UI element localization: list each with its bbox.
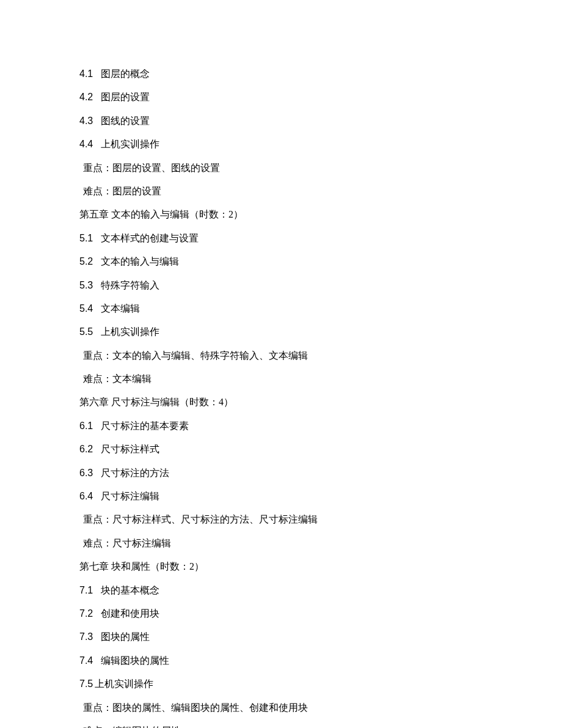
outline-line: 5.1文本样式的创建与设置 bbox=[79, 232, 483, 245]
outline-line: 4.3图线的设置 bbox=[79, 114, 483, 128]
outline-line: 5.2文本的输入与编辑 bbox=[79, 255, 483, 268]
chapter-heading: 第六章 尺寸标注与编辑（时数：4） bbox=[79, 395, 483, 409]
outline-line: 7.3图块的属性 bbox=[79, 630, 483, 644]
document-outline: 4.1图层的概念4.2图层的设置4.3图线的设置4.4上机实训操作重点：图层的设… bbox=[79, 67, 483, 728]
section-number: 5.3 bbox=[79, 280, 93, 290]
section-title: 文本编辑 bbox=[101, 303, 140, 314]
section-title: 尺寸标注样式 bbox=[101, 444, 159, 454]
outline-line: 4.2图层的设置 bbox=[79, 90, 483, 104]
note-line: 难点：文本编辑 bbox=[79, 372, 483, 386]
outline-line: 6.1尺寸标注的基本要素 bbox=[79, 419, 483, 433]
section-number: 6.2 bbox=[79, 444, 93, 454]
section-number: 7.2 bbox=[79, 608, 93, 619]
outline-line: 5.4文本编辑 bbox=[79, 302, 483, 315]
section-title: 尺寸标注的方法 bbox=[101, 468, 169, 478]
outline-line: 4.1图层的概念 bbox=[79, 67, 483, 81]
section-number: 4.1 bbox=[79, 68, 93, 79]
note-line: 重点：尺寸标注样式、尺寸标注的方法、尺寸标注编辑 bbox=[79, 513, 483, 526]
section-number: 6.3 bbox=[79, 468, 93, 478]
section-number: 7.4 bbox=[79, 655, 93, 666]
section-number: 6.4 bbox=[79, 491, 93, 501]
outline-line: 5.5上机实训操作 bbox=[79, 325, 483, 339]
section-number: 4.2 bbox=[79, 92, 93, 102]
section-title: 上机实训操作 bbox=[95, 678, 153, 689]
section-title: 尺寸标注编辑 bbox=[101, 491, 159, 501]
section-title: 特殊字符输入 bbox=[101, 280, 159, 290]
outline-line: 5.3特殊字符输入 bbox=[79, 279, 483, 292]
section-title: 图层的概念 bbox=[101, 68, 150, 79]
section-number: 4.4 bbox=[79, 139, 93, 149]
chapter-heading: 第七章 块和属性（时数：2） bbox=[79, 560, 483, 573]
section-number: 4.3 bbox=[79, 116, 93, 126]
section-title: 文本样式的创建与设置 bbox=[101, 233, 199, 243]
section-number: 7.1 bbox=[79, 585, 93, 595]
outline-line: 6.3尺寸标注的方法 bbox=[79, 466, 483, 480]
section-title: 图线的设置 bbox=[101, 116, 150, 126]
section-title: 块的基本概念 bbox=[101, 585, 159, 595]
section-title: 尺寸标注的基本要素 bbox=[101, 421, 189, 431]
section-number: 5.1 bbox=[79, 233, 93, 243]
outline-line: 7.2创建和使用块 bbox=[79, 607, 483, 620]
section-title: 图层的设置 bbox=[101, 92, 150, 102]
section-title: 文本的输入与编辑 bbox=[101, 256, 179, 267]
chapter-heading: 第五章 文本的输入与编辑（时数：2） bbox=[79, 208, 483, 221]
outline-line: 7.4编辑图块的属性 bbox=[79, 654, 483, 667]
section-number: 7.5 bbox=[79, 678, 93, 689]
outline-line: 6.2尺寸标注样式 bbox=[79, 443, 483, 456]
note-line: 难点：尺寸标注编辑 bbox=[79, 537, 483, 550]
note-line: 重点：图层的设置、图线的设置 bbox=[79, 161, 483, 175]
section-title: 创建和使用块 bbox=[101, 608, 159, 619]
note-line: 难点：图层的设置 bbox=[79, 185, 483, 198]
note-line: 难点：编辑图块的属性 bbox=[79, 724, 483, 728]
outline-line: 7.1块的基本概念 bbox=[79, 584, 483, 597]
note-line: 重点：图块的属性、编辑图块的属性、创建和使用块 bbox=[79, 701, 483, 715]
section-title: 上机实训操作 bbox=[101, 139, 159, 149]
section-number: 6.1 bbox=[79, 421, 93, 431]
section-title: 编辑图块的属性 bbox=[101, 655, 169, 666]
outline-line: 6.4尺寸标注编辑 bbox=[79, 490, 483, 503]
section-title: 上机实训操作 bbox=[101, 326, 159, 337]
section-number: 7.3 bbox=[79, 631, 93, 642]
section-number: 5.4 bbox=[79, 303, 93, 314]
section-number: 5.2 bbox=[79, 256, 93, 267]
note-line: 重点：文本的输入与编辑、特殊字符输入、文本编辑 bbox=[79, 349, 483, 362]
section-number: 5.5 bbox=[79, 326, 93, 337]
outline-line: 7.5上机实训操作 bbox=[79, 677, 483, 691]
section-title: 图块的属性 bbox=[101, 631, 150, 642]
outline-line: 4.4上机实训操作 bbox=[79, 138, 483, 151]
